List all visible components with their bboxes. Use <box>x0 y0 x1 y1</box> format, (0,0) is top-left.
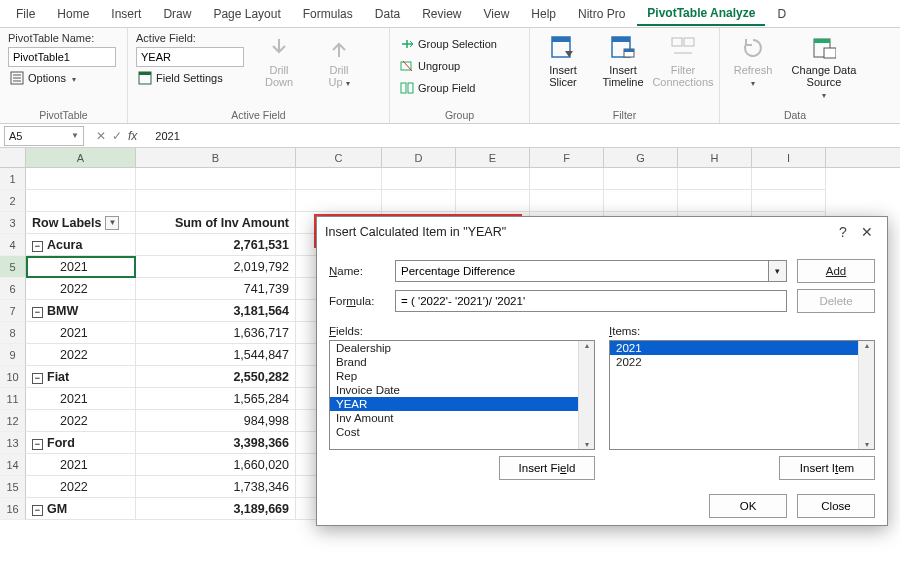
name-input[interactable] <box>395 260 769 282</box>
tab-view[interactable]: View <box>474 3 520 25</box>
collapse-icon[interactable]: − <box>32 241 43 252</box>
column-header-G[interactable]: G <box>604 148 678 167</box>
column-header-B[interactable]: B <box>136 148 296 167</box>
cell[interactable]: −Acura <box>26 234 136 256</box>
drill-down-button[interactable]: Drill Down <box>254 32 304 88</box>
collapse-icon[interactable]: − <box>32 307 43 318</box>
change-data-source-button[interactable]: Change Data Source <box>788 32 860 102</box>
collapse-icon[interactable]: − <box>32 373 43 384</box>
tab-pivottable-analyze[interactable]: PivotTable Analyze <box>637 2 765 26</box>
cell[interactable]: 1,660,020 <box>136 454 296 476</box>
list-item[interactable]: YEAR <box>330 397 594 411</box>
row-header[interactable]: 14 <box>0 454 26 476</box>
cell[interactable] <box>530 168 604 190</box>
tab-nitro-pro[interactable]: Nitro Pro <box>568 3 635 25</box>
pivottable-name-input[interactable] <box>8 47 116 67</box>
refresh-button[interactable]: Refresh <box>728 32 778 90</box>
row-header[interactable]: 2 <box>0 190 26 212</box>
select-all-corner[interactable] <box>0 148 26 167</box>
delete-button[interactable]: Delete <box>797 289 875 313</box>
active-field-input[interactable] <box>136 47 244 67</box>
cell[interactable]: 2021 <box>26 256 136 278</box>
row-header[interactable]: 12 <box>0 410 26 432</box>
cell[interactable]: 1,636,717 <box>136 322 296 344</box>
formula-value[interactable]: 2021 <box>145 130 179 142</box>
column-header-F[interactable]: F <box>530 148 604 167</box>
list-item[interactable]: Inv Amount <box>330 411 594 425</box>
cell[interactable] <box>456 190 530 212</box>
items-listbox[interactable]: 20212022 <box>609 340 875 450</box>
cell[interactable]: 3,398,366 <box>136 432 296 454</box>
options-button[interactable]: Options <box>8 70 119 86</box>
cell[interactable] <box>296 168 382 190</box>
tab-file[interactable]: File <box>6 3 45 25</box>
drill-up-button[interactable]: Drill Up <box>314 32 364 90</box>
tab-formulas[interactable]: Formulas <box>293 3 363 25</box>
name-box[interactable]: A5▼ <box>4 126 84 146</box>
cell[interactable] <box>456 168 530 190</box>
group-field-button[interactable]: Group Field <box>398 80 521 96</box>
row-header[interactable]: 7 <box>0 300 26 322</box>
dialog-close-button[interactable]: ✕ <box>855 224 879 240</box>
insert-field-button[interactable]: Insert Field <box>499 456 595 480</box>
tab-data[interactable]: Data <box>365 3 410 25</box>
cell[interactable]: Row Labels▼ <box>26 212 136 234</box>
scrollbar[interactable] <box>858 341 874 449</box>
cell[interactable]: 2,019,792 <box>136 256 296 278</box>
cell[interactable] <box>136 190 296 212</box>
list-item[interactable]: Invoice Date <box>330 383 594 397</box>
row-header[interactable]: 4 <box>0 234 26 256</box>
collapse-icon[interactable]: − <box>32 439 43 450</box>
cell[interactable] <box>136 168 296 190</box>
cell[interactable]: 2022 <box>26 344 136 366</box>
row-header[interactable]: 13 <box>0 432 26 454</box>
cell[interactable]: −GM <box>26 498 136 520</box>
list-item[interactable]: Dealership <box>330 341 594 355</box>
cell[interactable]: 1,544,847 <box>136 344 296 366</box>
filter-dropdown-icon[interactable]: ▼ <box>105 216 119 230</box>
row-header[interactable]: 3 <box>0 212 26 234</box>
tab-insert[interactable]: Insert <box>101 3 151 25</box>
ok-button[interactable]: OK <box>709 494 787 518</box>
insert-item-button[interactable]: Insert Item <box>779 456 875 480</box>
ungroup-button[interactable]: Ungroup <box>398 58 521 74</box>
cell[interactable]: 2,550,282 <box>136 366 296 388</box>
cell[interactable] <box>26 168 136 190</box>
column-header-A[interactable]: A <box>26 148 136 167</box>
add-button[interactable]: Add <box>797 259 875 283</box>
row-header[interactable]: 11 <box>0 388 26 410</box>
cell[interactable]: −Fiat <box>26 366 136 388</box>
cell[interactable] <box>296 190 382 212</box>
cell[interactable] <box>604 168 678 190</box>
cell[interactable]: −Ford <box>26 432 136 454</box>
fields-listbox[interactable]: DealershipBrandRepInvoice DateYEARInv Am… <box>329 340 595 450</box>
column-header-H[interactable]: H <box>678 148 752 167</box>
tab-home[interactable]: Home <box>47 3 99 25</box>
column-header-C[interactable]: C <box>296 148 382 167</box>
list-item[interactable]: 2022 <box>610 355 874 369</box>
cell[interactable]: 2022 <box>26 476 136 498</box>
insert-slicer-button[interactable]: Insert Slicer <box>538 32 588 88</box>
tab-page-layout[interactable]: Page Layout <box>203 3 290 25</box>
cell[interactable]: 2022 <box>26 278 136 300</box>
formula-input[interactable] <box>395 290 787 312</box>
column-header-E[interactable]: E <box>456 148 530 167</box>
cell[interactable]: 1,565,284 <box>136 388 296 410</box>
tab-draw[interactable]: Draw <box>153 3 201 25</box>
cell[interactable] <box>26 190 136 212</box>
filter-connections-button[interactable]: Filter Connections <box>658 32 708 88</box>
dialog-help-button[interactable]: ? <box>831 224 855 240</box>
collapse-icon[interactable]: − <box>32 505 43 516</box>
cell[interactable]: −BMW <box>26 300 136 322</box>
cell[interactable]: 3,181,564 <box>136 300 296 322</box>
cell[interactable] <box>382 190 456 212</box>
cell[interactable]: 2,761,531 <box>136 234 296 256</box>
cell[interactable]: 2021 <box>26 454 136 476</box>
cell[interactable]: 2021 <box>26 322 136 344</box>
scrollbar[interactable] <box>578 341 594 449</box>
row-header[interactable]: 6 <box>0 278 26 300</box>
list-item[interactable]: Brand <box>330 355 594 369</box>
name-dropdown-button[interactable]: ▾ <box>769 260 787 282</box>
field-settings-button[interactable]: Field Settings <box>136 70 244 86</box>
row-header[interactable]: 9 <box>0 344 26 366</box>
